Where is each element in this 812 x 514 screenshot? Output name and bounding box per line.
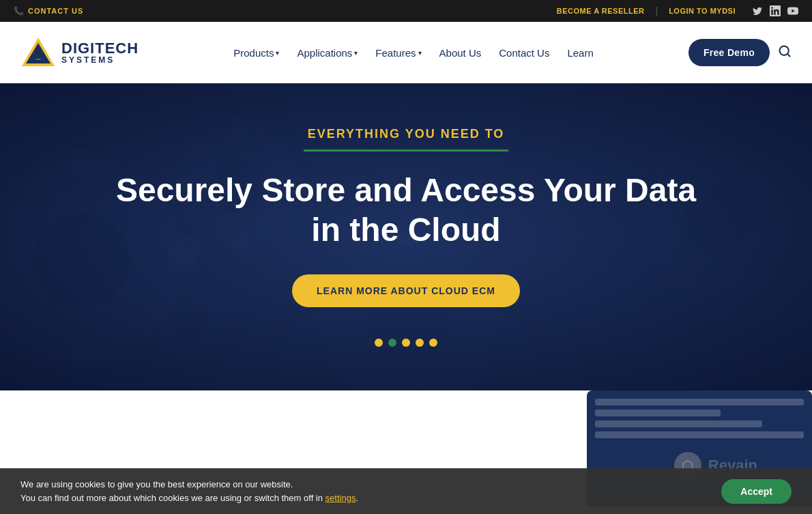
login-link[interactable]: LOGIN TO MYDSI bbox=[669, 7, 736, 15]
cookie-line1: We are using cookies to give you the bes… bbox=[20, 479, 293, 489]
nav-item-learn[interactable]: Learn bbox=[560, 42, 600, 64]
hero-dots bbox=[113, 339, 699, 347]
brand-sub: SYSTEMS bbox=[61, 56, 139, 64]
hero-headline: Securely Store and Access Your Data in t… bbox=[113, 171, 699, 249]
top-bar-right: BECOME A RESELLER | LOGIN TO MYDSI bbox=[557, 5, 798, 16]
nav-item-features[interactable]: Features ▾ bbox=[368, 42, 428, 64]
applications-chevron: ▾ bbox=[354, 49, 358, 57]
hero-dot-1[interactable] bbox=[375, 339, 383, 347]
cookie-banner: We are using cookies to give you the bes… bbox=[0, 468, 812, 506]
nav-item-contact[interactable]: Contact Us bbox=[492, 42, 556, 64]
about-label: About Us bbox=[439, 47, 482, 59]
divider: | bbox=[656, 5, 658, 16]
top-bar: 📞 CONTACT US BECOME A RESELLER | LOGIN T… bbox=[0, 0, 812, 22]
cookie-text: We are using cookies to give you the bes… bbox=[20, 478, 708, 504]
hero-dot-2[interactable] bbox=[388, 339, 396, 347]
free-demo-button[interactable]: Free Demo bbox=[688, 39, 770, 66]
screen-bar-3 bbox=[595, 420, 762, 427]
nav-item-products[interactable]: Products ▾ bbox=[227, 42, 286, 64]
linkedin-icon[interactable] bbox=[770, 5, 781, 16]
top-bar-left: 📞 CONTACT US bbox=[14, 6, 83, 16]
hero-content: EVERYTHING YOU NEED TO Securely Store an… bbox=[99, 127, 713, 346]
youtube-icon[interactable] bbox=[787, 5, 798, 16]
phone-icon: 📞 bbox=[14, 6, 24, 16]
nav-item-applications[interactable]: Applications ▾ bbox=[290, 42, 364, 64]
screen-bar-4 bbox=[595, 431, 804, 438]
products-chevron: ▾ bbox=[276, 49, 279, 57]
screen-bar-2 bbox=[595, 410, 721, 416]
hero-dot-4[interactable] bbox=[416, 339, 424, 347]
cookie-settings-link[interactable]: settings bbox=[325, 493, 356, 503]
logo-area[interactable]: DIGITECH SYSTEMS bbox=[20, 35, 139, 70]
navbar: DIGITECH SYSTEMS Products ▾ Applications… bbox=[0, 22, 812, 83]
products-label: Products bbox=[233, 47, 274, 59]
hero-dot-3[interactable] bbox=[402, 339, 410, 347]
contact-label: Contact Us bbox=[499, 47, 549, 59]
nav-right: Free Demo bbox=[688, 39, 792, 66]
screen-bar-1 bbox=[595, 399, 804, 405]
hero-divider bbox=[304, 149, 508, 152]
applications-label: Applications bbox=[297, 47, 352, 59]
twitter-icon[interactable] bbox=[752, 5, 763, 16]
learn-label: Learn bbox=[567, 47, 593, 59]
search-icon[interactable] bbox=[778, 44, 792, 61]
reseller-link[interactable]: BECOME A RESELLER bbox=[557, 7, 645, 15]
logo-text: DIGITECH SYSTEMS bbox=[61, 41, 139, 64]
hero-eyebrow: EVERYTHING YOU NEED TO bbox=[113, 127, 699, 141]
hero-cta-button[interactable]: LEARN MORE ABOUT CLOUD ECM bbox=[292, 274, 520, 307]
cookie-line2: You can find out more about which cookie… bbox=[20, 493, 323, 503]
hero-section: .gear { fill: rgba(100,130,200,0.5); } .… bbox=[0, 83, 812, 390]
features-label: Features bbox=[375, 47, 416, 59]
features-chevron: ▾ bbox=[418, 49, 422, 57]
nav-item-about[interactable]: About Us bbox=[433, 42, 489, 64]
svg-line-5 bbox=[787, 53, 790, 56]
brand-name: DIGITECH bbox=[61, 41, 139, 56]
cookie-accept-button[interactable]: Accept bbox=[721, 479, 792, 504]
contact-us-link[interactable]: CONTACT US bbox=[28, 7, 83, 15]
social-icons bbox=[752, 5, 798, 16]
nav-links: Products ▾ Applications ▾ Features ▾ Abo… bbox=[227, 42, 600, 64]
logo-icon bbox=[20, 35, 56, 70]
hero-dot-5[interactable] bbox=[429, 339, 437, 347]
